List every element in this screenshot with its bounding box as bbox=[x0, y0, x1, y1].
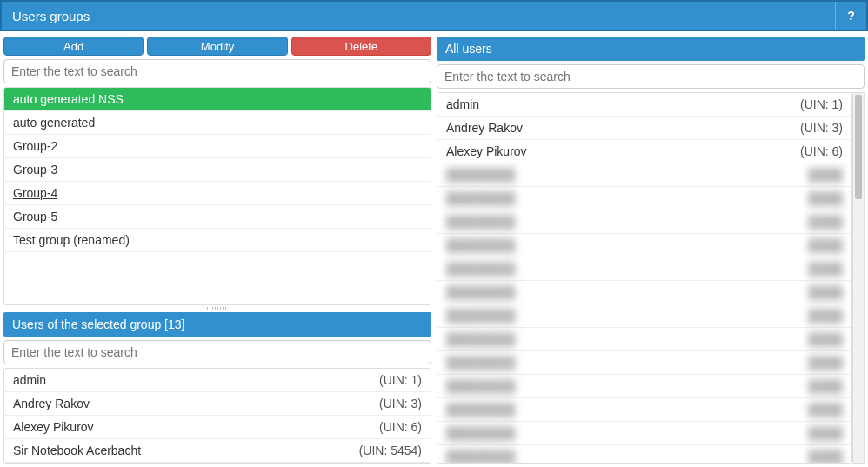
user-name: ████████ bbox=[446, 356, 515, 370]
group-name: auto generated NSS bbox=[13, 92, 124, 106]
group-name: Group-4 bbox=[13, 186, 57, 200]
user-uin: ████ bbox=[808, 191, 843, 205]
user-name: ████████ bbox=[446, 379, 515, 393]
user-row[interactable]: Andrey Rakov(UIN: 3) bbox=[4, 392, 431, 416]
user-name: admin bbox=[13, 373, 46, 387]
help-button[interactable]: ? bbox=[835, 2, 866, 30]
app-root: Users groups ? Add Modify Delete auto ge… bbox=[0, 0, 868, 467]
right-column: All users admin(UIN: 1)Andrey Rakov(UIN:… bbox=[437, 37, 865, 464]
group-name: Group-2 bbox=[13, 139, 57, 153]
user-row[interactable]: ████████████ bbox=[437, 187, 851, 210]
user-row[interactable]: ████████████ bbox=[437, 257, 851, 281]
user-name: ████████ bbox=[446, 168, 515, 182]
user-uin: ████ bbox=[808, 285, 843, 299]
user-name: Alexey Pikurov bbox=[13, 420, 94, 434]
user-uin: ████ bbox=[808, 262, 843, 276]
delete-button[interactable]: Delete bbox=[291, 37, 431, 56]
group-name: Group-5 bbox=[13, 210, 57, 223]
user-name: ████████ bbox=[446, 450, 515, 464]
user-uin: (UIN: 3) bbox=[379, 397, 422, 410]
page-title: Users groups bbox=[12, 9, 835, 23]
user-name: ████████ bbox=[446, 238, 515, 252]
user-uin: ████ bbox=[808, 309, 843, 323]
user-uin: (UIN: 1) bbox=[800, 97, 843, 111]
user-row[interactable]: Alexey Pikurov(UIN: 6) bbox=[437, 140, 851, 163]
user-uin: ████ bbox=[808, 168, 843, 182]
user-row[interactable]: ████████████ bbox=[437, 328, 851, 351]
user-uin: (UIN: 5454) bbox=[359, 444, 422, 457]
user-row[interactable]: Alexey Pikurov(UIN: 6) bbox=[4, 416, 431, 439]
user-name: Andrey Rakov bbox=[446, 121, 523, 135]
user-uin: ████ bbox=[808, 238, 843, 252]
modify-button[interactable]: Modify bbox=[147, 37, 287, 56]
user-row[interactable]: admin(UIN: 1) bbox=[437, 93, 851, 117]
all-users-search-input[interactable] bbox=[437, 64, 865, 89]
user-name: ████████ bbox=[446, 215, 515, 229]
all-users-scrollbar[interactable] bbox=[852, 92, 865, 464]
selected-users-list: admin(UIN: 1)Andrey Rakov(UIN: 3)Alexey … bbox=[3, 368, 431, 464]
user-name: ████████ bbox=[446, 285, 515, 299]
group-row[interactable]: auto generated bbox=[4, 111, 431, 135]
user-uin: ████ bbox=[808, 426, 843, 440]
user-row[interactable]: ████████████ bbox=[437, 210, 851, 234]
user-row[interactable]: ████████████ bbox=[437, 351, 851, 375]
add-button[interactable]: Add bbox=[3, 37, 144, 56]
user-name: admin bbox=[446, 97, 479, 111]
user-uin: (UIN: 6) bbox=[379, 420, 422, 434]
vertical-resize-handle[interactable] bbox=[3, 305, 431, 312]
user-uin: ████ bbox=[808, 332, 843, 346]
group-row[interactable]: Group-2 bbox=[4, 135, 431, 158]
user-row[interactable]: ████████████ bbox=[437, 304, 851, 328]
user-row[interactable]: Andrey Rakov(UIN: 3) bbox=[437, 117, 851, 140]
all-users-scrollbar-thumb[interactable] bbox=[855, 95, 862, 199]
selected-users-search-input[interactable] bbox=[3, 340, 431, 364]
group-button-row: Add Modify Delete bbox=[3, 37, 431, 56]
content: Add Modify Delete auto generated NSSauto… bbox=[0, 37, 868, 467]
groups-search-input[interactable] bbox=[3, 59, 431, 83]
user-row[interactable]: ████████████ bbox=[437, 234, 851, 257]
user-uin: ████ bbox=[808, 356, 843, 370]
user-name: Andrey Rakov bbox=[13, 397, 90, 410]
user-name: ████████ bbox=[446, 403, 515, 417]
user-uin: (UIN: 6) bbox=[800, 144, 843, 158]
group-row[interactable]: auto generated NSS bbox=[4, 88, 431, 111]
group-row[interactable]: Test group (renamed) bbox=[4, 229, 431, 252]
group-row[interactable]: Group-4 bbox=[4, 182, 431, 205]
user-uin: ████ bbox=[808, 379, 843, 393]
user-name: ████████ bbox=[446, 332, 515, 346]
user-uin: ████ bbox=[808, 403, 843, 417]
group-name: Group-3 bbox=[13, 163, 57, 177]
groups-list: auto generated NSSauto generatedGroup-2G… bbox=[3, 87, 431, 305]
user-uin: ████ bbox=[808, 450, 843, 464]
user-name: ████████ bbox=[446, 262, 515, 276]
group-row[interactable]: Group-5 bbox=[4, 205, 431, 229]
group-name: Test group (renamed) bbox=[13, 233, 130, 247]
group-name: auto generated bbox=[13, 116, 95, 130]
user-name: Sir Notebook Acerbacht bbox=[13, 444, 141, 457]
user-row[interactable]: Sir Notebook Acerbacht(UIN: 5454) bbox=[4, 439, 431, 463]
user-name: ████████ bbox=[446, 309, 515, 323]
group-row[interactable]: Group-3 bbox=[4, 158, 431, 182]
user-row[interactable]: admin(UIN: 1) bbox=[4, 369, 431, 392]
all-users-header: All users bbox=[437, 37, 865, 61]
user-uin: ████ bbox=[808, 215, 843, 229]
user-row[interactable]: ████████████ bbox=[437, 281, 851, 304]
user-row[interactable]: ████████████ bbox=[437, 422, 851, 445]
selected-users-header: Users of the selected group [13] bbox=[3, 312, 431, 337]
user-row[interactable]: ████████████ bbox=[437, 375, 851, 398]
user-name: ████████ bbox=[446, 191, 515, 205]
user-uin: (UIN: 3) bbox=[800, 121, 843, 135]
user-uin: (UIN: 1) bbox=[379, 373, 422, 387]
left-column: Add Modify Delete auto generated NSSauto… bbox=[3, 37, 431, 464]
user-name: ████████ bbox=[446, 426, 515, 440]
user-row[interactable]: ████████████ bbox=[437, 163, 851, 187]
user-name: Alexey Pikurov bbox=[446, 144, 527, 158]
user-row[interactable]: ████████████ bbox=[437, 445, 851, 464]
all-users-list: admin(UIN: 1)Andrey Rakov(UIN: 3)Alexey … bbox=[437, 92, 852, 464]
title-bar: Users groups ? bbox=[0, 0, 868, 31]
user-row[interactable]: ████████████ bbox=[437, 398, 851, 422]
